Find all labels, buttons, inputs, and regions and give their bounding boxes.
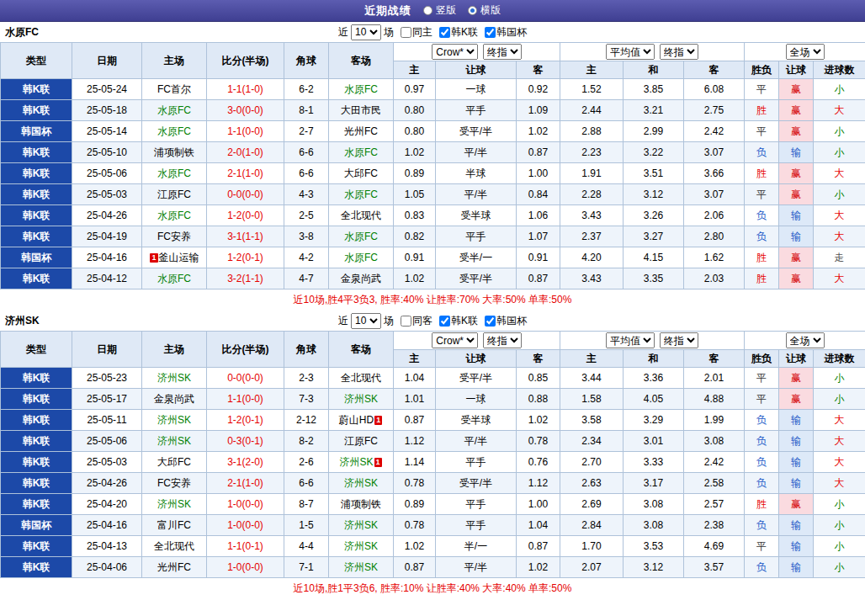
avg-home-odds: 2.84 bbox=[560, 515, 624, 536]
team-label: 济州SK bbox=[344, 540, 378, 552]
goals-result-cell: 大 bbox=[814, 431, 865, 452]
handicap-away-header: 客 bbox=[517, 61, 560, 79]
red-card-badge: 1 bbox=[150, 253, 157, 263]
goals-result-cell: 小 bbox=[814, 368, 865, 389]
radio-unselected-icon bbox=[423, 6, 432, 15]
goals-result-cell: 大 bbox=[814, 452, 865, 473]
date-cell: 25-04-26 bbox=[72, 473, 142, 494]
league-type-cell: 韩K联 bbox=[1, 100, 72, 121]
handicap-result-cell: 赢 bbox=[779, 121, 814, 142]
match-count-select[interactable]: 10 bbox=[351, 24, 381, 40]
team-label: 水原FC bbox=[344, 231, 378, 242]
league-label: 韩K联 bbox=[451, 314, 478, 328]
league-filter[interactable]: 韩K联 bbox=[439, 314, 478, 328]
goals-result-cell: 小 bbox=[814, 79, 865, 100]
handicap-away-odds: 0.91 bbox=[517, 247, 560, 268]
goals-result-cell: 小 bbox=[814, 142, 865, 163]
handicap-away-odds: 1.09 bbox=[517, 100, 560, 121]
team-label: 济州SK bbox=[157, 498, 191, 510]
league-checkbox[interactable] bbox=[439, 27, 450, 38]
team-label: 济州SK bbox=[157, 414, 191, 426]
league-filter[interactable]: 韩K联 bbox=[439, 25, 478, 40]
bookmaker-select[interactable]: Crow* bbox=[432, 44, 478, 60]
result-cell: 平 bbox=[745, 389, 779, 410]
avg-draw-header: 和 bbox=[624, 350, 684, 368]
corner-cell: 4-2 bbox=[284, 247, 329, 268]
handicap-line: 受平/半 bbox=[436, 473, 517, 494]
average-select[interactable]: 平均值 bbox=[606, 332, 655, 348]
corner-cell: 6-6 bbox=[284, 142, 329, 163]
average-stage-select[interactable]: 终指 bbox=[660, 44, 698, 60]
avg-home-odds: 2.28 bbox=[560, 184, 624, 205]
away-team-cell: 大田市民 bbox=[329, 100, 394, 121]
date-cell: 25-05-03 bbox=[72, 452, 142, 473]
same-venue-checkbox[interactable] bbox=[401, 27, 411, 38]
avg-away-odds: 3.57 bbox=[684, 557, 745, 578]
handicap-line: 受半球 bbox=[436, 205, 517, 226]
match-row: 韩K联25-05-24FC首尔1-1(1-0)6-2水原FC0.97一球0.92… bbox=[1, 79, 865, 100]
bookmaker-select[interactable]: Crow* bbox=[432, 332, 478, 348]
avg-away-odds: 2.80 bbox=[684, 226, 745, 247]
home-team-cell: FC首尔 bbox=[142, 79, 207, 100]
handicap-line: 平/半 bbox=[436, 142, 517, 163]
home-team-cell: FC安养 bbox=[142, 226, 207, 247]
league-type-cell: 韩K联 bbox=[1, 205, 72, 226]
match-count-select[interactable]: 10 bbox=[351, 313, 381, 329]
result-cell: 负 bbox=[745, 226, 779, 247]
cup-filter[interactable]: 韩国杯 bbox=[485, 314, 527, 328]
same-venue-filter[interactable]: 同客 bbox=[401, 314, 432, 328]
away-column-header: 客场 bbox=[329, 332, 394, 368]
corner-cell: 2-12 bbox=[284, 410, 329, 431]
league-label: 韩K联 bbox=[451, 25, 478, 40]
type-column-header: 类型 bbox=[1, 43, 72, 79]
average-stage-select[interactable]: 终指 bbox=[660, 332, 698, 348]
layout-radio-vertical[interactable]: 竖版 bbox=[423, 3, 456, 18]
result-header: 胜负 bbox=[745, 350, 779, 368]
handicap-line: 半/一 bbox=[436, 536, 517, 557]
score-cell: 3-2(1-1) bbox=[207, 268, 284, 289]
team-label: 江原FC bbox=[344, 435, 378, 447]
cup-filter[interactable]: 韩国杯 bbox=[485, 25, 527, 40]
league-checkbox[interactable] bbox=[439, 316, 450, 327]
match-row: 韩K联25-04-06光州FC1-0(0-0)7-1济州SK0.87平/半1.0… bbox=[1, 557, 865, 578]
handicap-line: 平/半 bbox=[436, 184, 517, 205]
handicap-away-odds: 1.12 bbox=[517, 473, 560, 494]
date-cell: 25-05-03 bbox=[72, 184, 142, 205]
fulltime-scope-select[interactable]: 全场 bbox=[786, 332, 825, 348]
handicap-line: 一球 bbox=[436, 389, 517, 410]
avg-draw-odds: 3.17 bbox=[624, 473, 684, 494]
date-cell: 25-05-24 bbox=[72, 79, 142, 100]
home-team-cell: 济州SK bbox=[142, 410, 207, 431]
average-select[interactable]: 平均值 bbox=[606, 44, 655, 60]
handicap-result-cell: 赢 bbox=[779, 494, 814, 515]
cup-checkbox[interactable] bbox=[485, 316, 496, 327]
layout-radio-horizontal[interactable]: 横版 bbox=[468, 3, 501, 18]
same-venue-filter[interactable]: 同主 bbox=[401, 25, 432, 40]
league-type-cell: 韩K联 bbox=[1, 163, 72, 184]
handicap-home-odds: 0.80 bbox=[394, 121, 436, 142]
result-cell: 胜 bbox=[745, 100, 779, 121]
radio-label-vertical: 竖版 bbox=[436, 3, 456, 18]
fulltime-scope-select[interactable]: 全场 bbox=[786, 44, 825, 60]
avg-home-odds: 2.44 bbox=[560, 100, 624, 121]
handicap-result-cell: 赢 bbox=[779, 79, 814, 100]
handicap-stage-select[interactable]: 终指 bbox=[483, 44, 522, 60]
result-cell: 负 bbox=[745, 557, 779, 578]
handicap-stage-select[interactable]: 终指 bbox=[483, 332, 522, 348]
away-team-cell: 全北现代 bbox=[329, 368, 394, 389]
corner-cell: 4-3 bbox=[284, 184, 329, 205]
team-label: 釜山运输 bbox=[159, 252, 199, 263]
away-team-cell: 蔚山HD1 bbox=[329, 410, 394, 431]
league-type-cell: 韩国杯 bbox=[1, 121, 72, 142]
matches-tbody: 韩K联25-05-23济州SK0-0(0-0)2-3全北现代1.04受平/半0.… bbox=[1, 368, 865, 578]
cup-checkbox[interactable] bbox=[485, 27, 496, 38]
avg-away-odds: 2.06 bbox=[684, 205, 745, 226]
same-venue-checkbox[interactable] bbox=[401, 316, 411, 327]
result-cell: 胜 bbox=[745, 494, 779, 515]
handicap-odds-group: Crow* 终指 bbox=[394, 332, 560, 350]
handicap-result-header: 让球 bbox=[779, 61, 814, 79]
home-team-cell: 水原FC bbox=[142, 121, 207, 142]
avg-draw-odds: 3.51 bbox=[624, 163, 684, 184]
handicap-result-cell: 赢 bbox=[779, 184, 814, 205]
team-label: 水原FC bbox=[344, 146, 378, 158]
